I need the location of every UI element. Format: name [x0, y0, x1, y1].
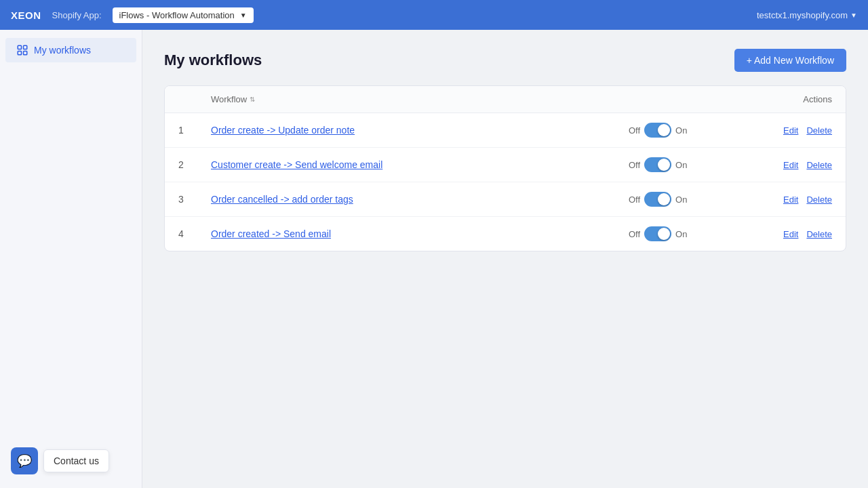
edit-button[interactable]: Edit [783, 229, 798, 239]
toggle-thumb [658, 124, 670, 136]
toggle-switch[interactable] [644, 192, 671, 207]
toggle-on-label: On [675, 160, 687, 170]
account-chevron-icon: ▼ [850, 12, 857, 19]
delete-button[interactable]: Delete [806, 160, 832, 170]
col-header-status [629, 94, 737, 104]
svg-rect-2 [18, 52, 21, 55]
contact-widget: 💬 Contact us [11, 447, 109, 474]
shopify-label: Shopify App: [52, 10, 102, 20]
contact-icon-button[interactable]: 💬 [11, 447, 38, 474]
delete-button[interactable]: Delete [806, 229, 832, 239]
app-header: XEON Shopify App: iFlows - Workflow Auto… [0, 0, 868, 30]
edit-button[interactable]: Edit [783, 160, 798, 170]
table-row: 2 Customer create -> Send welcome email … [165, 148, 846, 182]
toggle-off-label: Off [629, 125, 640, 136]
page-title: My workflows [164, 52, 262, 69]
toggle-off-label: Off [629, 160, 640, 170]
svg-rect-3 [24, 52, 27, 55]
main-content: My workflows + Add New Workflow Workflow… [142, 30, 868, 488]
col-header-num [178, 94, 211, 104]
delete-button[interactable]: Delete [806, 195, 832, 205]
page-header: My workflows + Add New Workflow [164, 49, 846, 72]
toggle-on-label: On [675, 229, 687, 239]
toggle-switch[interactable] [644, 226, 671, 241]
row-number: 2 [178, 159, 211, 170]
workflow-link[interactable]: Order cancelled -> add order tags [211, 194, 629, 205]
app-selector-value: iFlows - Workflow Automation [119, 10, 235, 20]
contact-label[interactable]: Contact us [43, 449, 109, 472]
sidebar-item-label: My workflows [34, 45, 91, 56]
table-row: 1 Order create -> Update order note Off … [165, 113, 846, 148]
app-selector[interactable]: iFlows - Workflow Automation ▼ [113, 7, 254, 23]
toggle-group: Off On [629, 123, 737, 138]
edit-button[interactable]: Edit [783, 195, 798, 205]
chat-icon: 💬 [17, 453, 32, 468]
brand-logo: XEON [11, 9, 41, 21]
table-row: 3 Order cancelled -> add order tags Off … [165, 182, 846, 217]
table-body: 1 Order create -> Update order note Off … [165, 113, 846, 251]
add-workflow-button[interactable]: + Add New Workflow [734, 49, 846, 72]
row-actions: Edit Delete [737, 125, 832, 136]
workflows-table: Workflow ⇅ Actions 1 Order create -> Upd… [164, 85, 846, 251]
toggle-thumb [658, 193, 670, 205]
row-actions: Edit Delete [737, 195, 832, 205]
row-actions: Edit Delete [737, 160, 832, 170]
svg-rect-0 [18, 45, 21, 49]
workflow-link[interactable]: Order create -> Update order note [211, 125, 629, 136]
workflow-link[interactable]: Customer create -> Send welcome email [211, 159, 629, 170]
toggle-thumb [658, 159, 670, 171]
col-header-actions: Actions [737, 94, 832, 104]
delete-button[interactable]: Delete [806, 125, 832, 136]
app-layout: My workflows My workflows + Add New Work… [0, 30, 868, 488]
row-number: 1 [178, 125, 211, 136]
toggle-group: Off On [629, 192, 737, 207]
sort-icon: ⇅ [250, 96, 255, 103]
account-menu[interactable]: testctx1.myshopify.com ▼ [757, 10, 857, 20]
toggle-switch[interactable] [644, 123, 671, 138]
toggle-group: Off On [629, 157, 737, 172]
chevron-down-icon: ▼ [240, 12, 247, 19]
sidebar-item-my-workflows[interactable]: My workflows [5, 38, 136, 62]
account-name: testctx1.myshopify.com [757, 10, 848, 20]
toggle-thumb [658, 228, 670, 240]
row-number: 3 [178, 194, 211, 205]
toggle-off-label: Off [629, 229, 640, 239]
table-header-row: Workflow ⇅ Actions [165, 86, 846, 113]
row-actions: Edit Delete [737, 229, 832, 239]
workflows-icon [16, 44, 28, 56]
toggle-group: Off On [629, 226, 737, 241]
svg-rect-1 [24, 45, 27, 49]
row-number: 4 [178, 228, 211, 239]
toggle-off-label: Off [629, 195, 640, 205]
workflow-link[interactable]: Order created -> Send email [211, 228, 629, 239]
toggle-on-label: On [675, 195, 687, 205]
table-row: 4 Order created -> Send email Off On Edi… [165, 217, 846, 251]
toggle-on-label: On [675, 125, 687, 136]
sidebar: My workflows [0, 30, 142, 488]
toggle-switch[interactable] [644, 157, 671, 172]
col-header-workflow: Workflow ⇅ [211, 94, 629, 104]
edit-button[interactable]: Edit [783, 125, 798, 136]
